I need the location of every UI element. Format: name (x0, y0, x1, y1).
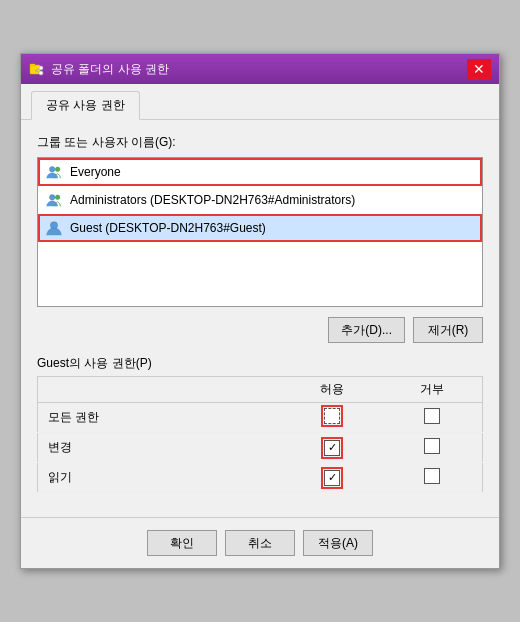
perm-read-deny-checkbox[interactable] (424, 468, 440, 484)
title-bar: 공유 폴더의 사용 권한 ✕ (21, 54, 499, 84)
cancel-button[interactable]: 취소 (225, 530, 295, 556)
perm-name-header (38, 377, 283, 403)
folder-share-icon (29, 61, 45, 77)
perm-change-deny-checkbox[interactable] (424, 438, 440, 454)
user-icon-guest (44, 218, 64, 238)
title-bar-left: 공유 폴더의 사용 권한 (29, 61, 169, 78)
perm-change-deny-cell (382, 433, 483, 463)
perm-full-control-label: 모든 권한 (38, 403, 283, 433)
content-area: 그룹 또는 사용자 이름(G): Everyone (21, 120, 499, 507)
permissions-table: 허용 거부 모든 권한 (37, 376, 483, 493)
close-button[interactable]: ✕ (467, 59, 491, 79)
perm-read-allow-wrapper (324, 470, 340, 486)
perm-full-control-allow-cell (282, 403, 382, 433)
perm-read-allow-cell (282, 463, 382, 493)
perm-read-deny-cell (382, 463, 483, 493)
svg-point-6 (50, 167, 55, 172)
perm-full-control-allow-wrapper (324, 408, 340, 424)
user-name-everyone: Everyone (70, 165, 121, 179)
title-bar-text: 공유 폴더의 사용 권한 (51, 61, 169, 78)
perm-change-allow-cell (282, 433, 382, 463)
main-window: 공유 폴더의 사용 권한 ✕ 공유 사용 권한 그룹 또는 사용자 이름(G): (20, 53, 500, 569)
perm-change-label: 변경 (38, 433, 283, 463)
svg-point-7 (55, 167, 60, 172)
user-name-administrators: Administrators (DESKTOP-DN2H763#Administ… (70, 193, 355, 207)
deny-header: 거부 (382, 377, 483, 403)
perm-row-change: 변경 (38, 433, 483, 463)
footer: 확인 취소 적용(A) (21, 517, 499, 568)
svg-point-8 (50, 195, 55, 200)
user-action-buttons: 추가(D)... 제거(R) (37, 317, 483, 343)
user-name-guest: Guest (DESKTOP-DN2H763#Guest) (70, 221, 266, 235)
user-item-guest[interactable]: Guest (DESKTOP-DN2H763#Guest) (38, 214, 482, 242)
svg-rect-1 (30, 64, 35, 66)
perm-full-control-deny-cell (382, 403, 483, 433)
user-icon-everyone (44, 162, 64, 182)
user-icon-administrators (44, 190, 64, 210)
add-button[interactable]: 추가(D)... (328, 317, 405, 343)
permissions-label: Guest의 사용 권한(P) (37, 355, 483, 372)
user-list[interactable]: Everyone Administrators (DESKTOP-DN2H763… (37, 157, 483, 307)
perm-change-allow-wrapper (324, 440, 340, 456)
perm-row-read: 읽기 (38, 463, 483, 493)
svg-point-9 (55, 195, 60, 200)
allow-header: 허용 (282, 377, 382, 403)
user-item-administrators[interactable]: Administrators (DESKTOP-DN2H763#Administ… (38, 186, 482, 214)
perm-change-deny-wrapper (424, 438, 440, 454)
user-item-everyone[interactable]: Everyone (38, 158, 482, 186)
perm-read-label: 읽기 (38, 463, 283, 493)
permissions-section: Guest의 사용 권한(P) 허용 거부 모든 권한 (37, 355, 483, 493)
perm-read-allow-checkbox[interactable] (324, 470, 340, 486)
perm-read-deny-wrapper (424, 468, 440, 484)
tab-bar: 공유 사용 권한 (21, 84, 499, 120)
svg-point-2 (39, 66, 43, 70)
perm-change-allow-checkbox[interactable] (324, 440, 340, 456)
apply-button[interactable]: 적용(A) (303, 530, 373, 556)
remove-button[interactable]: 제거(R) (413, 317, 483, 343)
perm-row-full-control: 모든 권한 (38, 403, 483, 433)
tab-share-permissions[interactable]: 공유 사용 권한 (31, 91, 140, 120)
perm-full-control-deny-wrapper (424, 408, 440, 424)
perm-full-control-deny-checkbox[interactable] (424, 408, 440, 424)
ok-button[interactable]: 확인 (147, 530, 217, 556)
svg-point-3 (39, 71, 43, 75)
users-section-label: 그룹 또는 사용자 이름(G): (37, 134, 483, 151)
perm-full-control-allow-checkbox[interactable] (324, 408, 340, 424)
